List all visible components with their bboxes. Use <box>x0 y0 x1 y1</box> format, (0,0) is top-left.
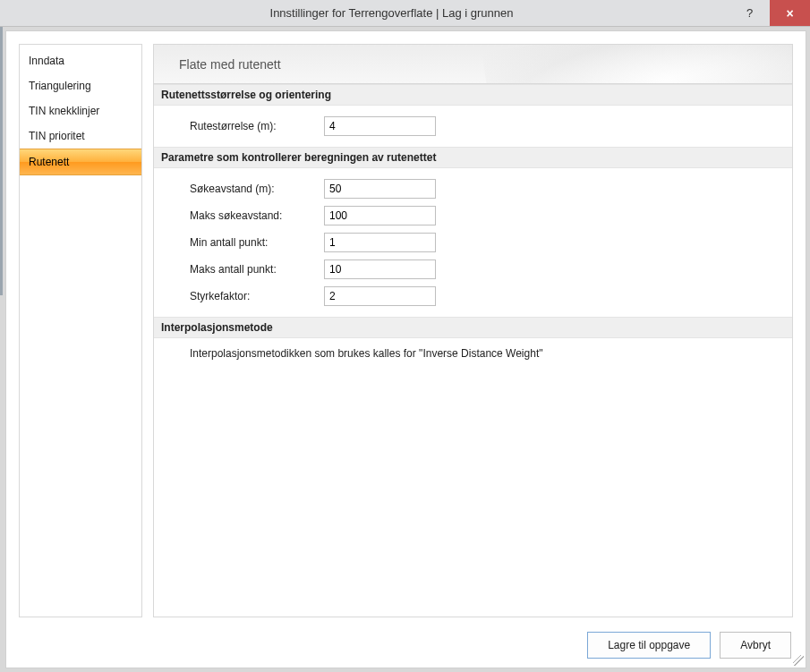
row-sokeavstand: Søkeavstand (m): <box>190 175 785 202</box>
row-styrkefaktor: Styrkefaktor: <box>190 283 785 310</box>
input-sokeavstand[interactable] <box>324 179 436 199</box>
sidebar-item-label: Triangulering <box>29 80 91 92</box>
label-maks-antall-punkt: Maks antall punkt: <box>190 263 324 276</box>
input-rutestorrelse[interactable] <box>324 116 436 136</box>
sidebar-item-tin-knekklinjer[interactable]: TIN knekklinjer <box>20 98 141 123</box>
panel-header: Flate med rutenett <box>154 45 792 84</box>
content-area: Inndata Triangulering TIN knekklinjer TI… <box>19 44 793 617</box>
row-maks-antall-punkt: Maks antall punkt: <box>190 256 785 283</box>
input-min-antall-punkt[interactable] <box>324 233 436 252</box>
title-controls: ? × <box>729 0 810 26</box>
sidebar: Inndata Triangulering TIN knekklinjer TI… <box>19 44 142 617</box>
panel-title: Flate med rutenett <box>179 57 281 72</box>
window-title: Innstillinger for Terrengoverflate | Lag… <box>0 6 729 20</box>
sidebar-item-rutenett[interactable]: Rutenett <box>20 149 141 175</box>
label-rutestorrelse: Rutestørrelse (m): <box>190 120 324 132</box>
titlebar: Innstillinger for Terrengoverflate | Lag… <box>0 0 810 27</box>
section-title-size: Rutenettsstørrelse og orientering <box>154 84 792 106</box>
input-maks-antall-punkt[interactable] <box>324 259 436 279</box>
sidebar-item-label: Rutenett <box>29 156 69 168</box>
label-styrkefaktor: Styrkefaktor: <box>190 290 324 302</box>
row-rutestorrelse: Rutestørrelse (m): <box>190 113 785 140</box>
label-maks-sokeavstand: Maks søkeavstand: <box>190 209 324 222</box>
footer: Lagre til oppgave Avbryt <box>6 623 806 668</box>
section-body-size: Rutestørrelse (m): <box>154 106 792 147</box>
input-styrkefaktor[interactable] <box>324 286 436 306</box>
section-title-interpolasjon: Interpolasjonsmetode <box>154 317 792 338</box>
resize-grip[interactable] <box>793 655 804 666</box>
row-maks-sokeavstand: Maks søkeavstand: <box>190 202 785 229</box>
sidebar-item-label: TIN knekklinjer <box>29 105 99 117</box>
sidebar-item-label: Inndata <box>29 55 64 67</box>
label-min-antall-punkt: Min antall punkt: <box>190 236 324 249</box>
sidebar-item-label: TIN prioritet <box>29 130 85 142</box>
label-sokeavstand: Søkeavstand (m): <box>190 183 324 195</box>
main-panel: Flate med rutenett Rutenettsstørrelse og… <box>153 44 793 617</box>
left-edge-decoration <box>0 27 3 295</box>
cancel-button[interactable]: Avbryt <box>720 632 791 659</box>
interpolasjon-text: Interpolasjonsmetodikken som brukes kall… <box>154 338 792 367</box>
section-title-parametre: Parametre som kontrollerer beregningen a… <box>154 147 792 168</box>
row-min-antall-punkt: Min antall punkt: <box>190 229 785 256</box>
close-button[interactable]: × <box>770 0 810 26</box>
input-maks-sokeavstand[interactable] <box>324 206 436 225</box>
dialog-frame: Inndata Triangulering TIN knekklinjer TI… <box>5 30 806 668</box>
help-button[interactable]: ? <box>729 0 770 26</box>
save-button[interactable]: Lagre til oppgave <box>587 632 711 659</box>
sidebar-item-tin-prioritet[interactable]: TIN prioritet <box>20 123 141 149</box>
sidebar-item-triangulering[interactable]: Triangulering <box>20 73 141 98</box>
sidebar-item-inndata[interactable]: Inndata <box>20 48 141 73</box>
panel-body: Rutenettsstørrelse og orientering Rutest… <box>154 84 792 617</box>
section-body-parametre: Søkeavstand (m): Maks søkeavstand: Min a… <box>154 168 792 317</box>
